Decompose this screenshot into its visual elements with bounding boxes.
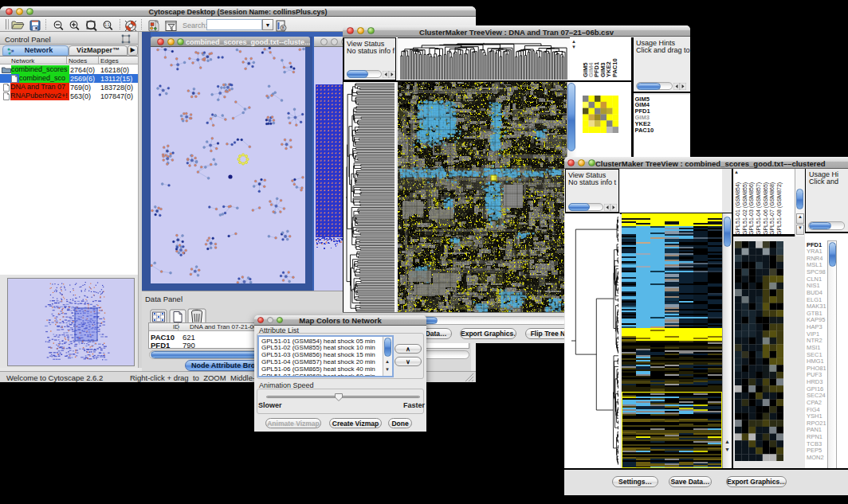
svg-text:GPL51-03 (GSM856): GPL51-03 (GSM856) (748, 182, 755, 235)
svg-text:1:1: 1:1 (104, 23, 110, 27)
svg-text:GPL51-02 (GSM855): GPL51-02 (GSM855) (742, 182, 748, 235)
svg-text:GPL51-07 (GSM868): GPL51-07 (GSM868) (769, 182, 775, 235)
svg-text:GPL51-04 (GSM857): GPL51-04 (GSM857) (756, 182, 762, 235)
svg-text:GPL51-08 (GSM872): GPL51-08 (GSM872) (776, 182, 783, 235)
svg-text:GPL51-01 (GSM854): GPL51-01 (GSM854) (735, 182, 741, 235)
svg-text:PAC10: PAC10 (611, 58, 618, 77)
svg-text:GPL51-06 (GSM865): GPL51-06 (GSM865) (763, 182, 769, 235)
svg-text:▲: ▲ (734, 170, 739, 174)
